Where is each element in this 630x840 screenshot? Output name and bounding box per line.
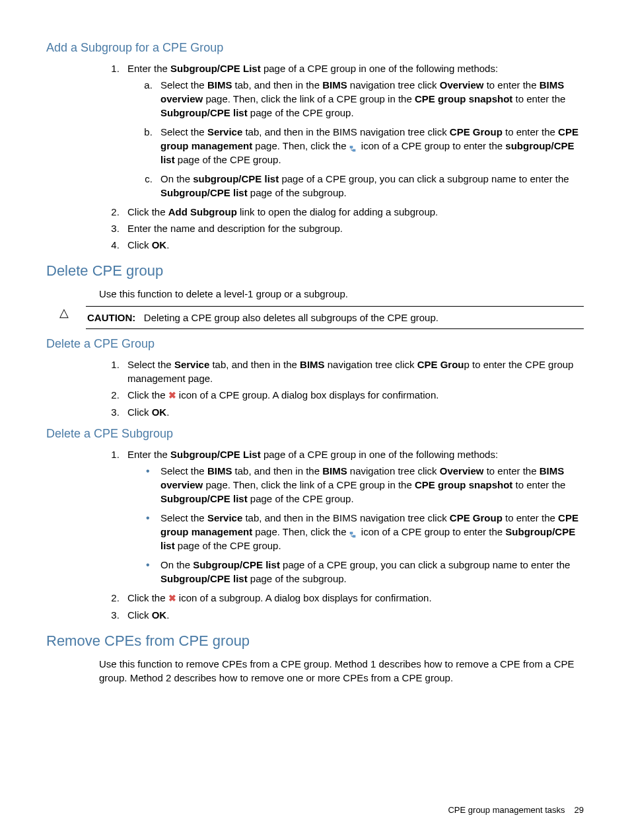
caution-icon: △ <box>59 307 81 319</box>
delete-cpe-group-steps: Select the Service tab, and then in the … <box>46 358 584 419</box>
sub-bullets: Select the BIMS tab, and then in the BIM… <box>127 464 584 586</box>
list-item: Click OK. <box>122 608 584 622</box>
list-item: Click the ✖ icon of a CPE group. A dialo… <box>122 388 584 402</box>
list-item: Enter the Subgroup/CPE List page of a CP… <box>122 447 584 586</box>
list-item: Select the Service tab, and then in the … <box>122 358 584 385</box>
delete-x-icon: ✖ <box>168 389 176 402</box>
list-item: On the subgroup/CPE list page of a CPE g… <box>155 172 584 200</box>
heading-add-subgroup: Add a Subgroup for a CPE Group <box>46 40 584 56</box>
list-item: Enter the Subgroup/CPE List page of a CP… <box>122 61 584 200</box>
svg-rect-4 <box>350 532 353 534</box>
text: Subgroup/CPE List <box>170 63 261 74</box>
list-item: Enter the name and description for the s… <box>122 221 584 235</box>
heading-remove-cpes: Remove CPEs from CPE group <box>46 631 584 652</box>
list-item: Click OK. <box>122 238 584 252</box>
delete-intro: Use this function to delete a level-1 gr… <box>99 287 584 301</box>
svg-rect-0 <box>350 146 353 148</box>
tree-icon <box>349 529 359 537</box>
heading-delete-cpe-group: Delete CPE group <box>46 261 584 282</box>
list-item: Select the BIMS tab, and then in the BIM… <box>155 464 584 506</box>
list-item: Select the Service tab, and then in the … <box>155 125 584 167</box>
sub-list: Select the BIMS tab, and then in the BIM… <box>127 78 584 200</box>
caution-box: △ CAUTION: Deleting a CPE group also del… <box>86 306 584 329</box>
list-item: On the Subgroup/CPE list page of a CPE g… <box>155 558 584 586</box>
text: Enter the <box>127 63 170 74</box>
text: page of a CPE group in one of the follow… <box>261 63 498 74</box>
list-item: Select the BIMS tab, and then in the BIM… <box>155 78 584 120</box>
heading-delete-a-cpe-group: Delete a CPE Group <box>46 336 584 352</box>
list-item: Click OK. <box>122 405 584 419</box>
heading-delete-cpe-subgroup: Delete a CPE Subgroup <box>46 426 584 442</box>
delete-subgroup-steps: Enter the Subgroup/CPE List page of a CP… <box>46 447 584 622</box>
add-subgroup-steps: Enter the Subgroup/CPE List page of a CP… <box>46 61 584 252</box>
svg-rect-5 <box>353 535 355 537</box>
caution-text: CAUTION: Deleting a CPE group also delet… <box>87 311 584 325</box>
list-item: Select the Service tab, and then in the … <box>155 511 584 553</box>
remove-intro: Use this function to remove CPEs from a … <box>99 657 584 685</box>
list-item: Click the ✖ icon of a subgroup. A dialog… <box>122 591 584 605</box>
svg-rect-1 <box>353 149 355 151</box>
tree-icon <box>349 143 359 151</box>
list-item: Click the Add Subgroup link to open the … <box>122 205 584 219</box>
delete-x-icon: ✖ <box>168 592 176 605</box>
